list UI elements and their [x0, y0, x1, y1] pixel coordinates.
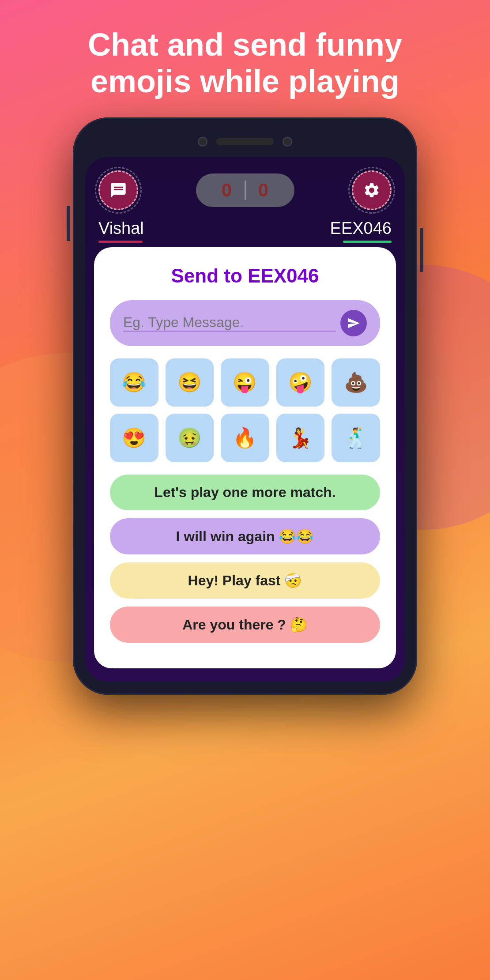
chat-popup: Send to EEX046 😂 😆 😜 🤪 — [94, 247, 396, 668]
player-names-row: Vishal EEX046 — [85, 219, 405, 247]
send-button[interactable] — [340, 310, 367, 336]
emoji-laughing-tears[interactable]: 😂 — [110, 358, 158, 407]
player1-info: Vishal — [98, 219, 144, 243]
score-box: 0 0 — [196, 173, 294, 207]
message-input[interactable] — [123, 314, 336, 332]
phone-frame: 0 0 Vishal E — [73, 117, 417, 695]
score-section: 0 0 — [138, 173, 352, 207]
phone-top-bar — [85, 131, 405, 153]
emoji-fire[interactable]: 🔥 — [221, 414, 269, 462]
game-header: 0 0 — [85, 157, 405, 219]
phone-screen: 0 0 Vishal E — [85, 157, 405, 682]
phone-side-button-right — [420, 228, 423, 272]
headline: Chat and send funny emojis while playing — [0, 0, 490, 117]
emoji-zany[interactable]: 🤪 — [276, 358, 325, 407]
player2-name: EEX046 — [330, 219, 392, 238]
chat-button[interactable] — [98, 170, 138, 210]
player2-score: 0 — [250, 180, 277, 201]
emoji-nauseated[interactable]: 🤢 — [166, 414, 214, 462]
player2-info: EEX046 — [330, 219, 392, 243]
phone-side-button-left — [67, 206, 70, 241]
emoji-heart-eyes[interactable]: 😍 — [110, 414, 158, 462]
headline-line1: Chat and send funny — [88, 27, 402, 62]
player1-name: Vishal — [98, 219, 144, 238]
phone-speaker — [216, 138, 274, 145]
quick-message-1[interactable]: Let's play one more match. — [110, 475, 380, 510]
chat-icon — [109, 181, 127, 199]
emoji-grid: 😂 😆 😜 🤪 💩 😍 🤢 🔥 💃 🕺 — [110, 358, 380, 462]
quick-message-4[interactable]: Are you there ? 🤔 — [110, 607, 380, 643]
emoji-poop[interactable]: 💩 — [332, 358, 380, 407]
quick-message-2[interactable]: I will win again 😂😂 — [110, 518, 380, 554]
player1-underline — [98, 241, 143, 243]
score-divider — [245, 181, 246, 200]
emoji-winking-tongue[interactable]: 😜 — [221, 358, 269, 407]
message-input-row[interactable] — [110, 300, 380, 346]
phone-camera-right — [283, 137, 292, 147]
player2-underline — [343, 241, 392, 243]
phone-camera-left — [198, 137, 207, 147]
emoji-dancer[interactable]: 💃 — [276, 414, 325, 462]
settings-button[interactable] — [352, 170, 392, 210]
settings-icon — [363, 181, 381, 199]
emoji-man-dancing[interactable]: 🕺 — [332, 414, 380, 462]
emoji-grinning-sweat[interactable]: 😆 — [166, 358, 214, 407]
player1-score: 0 — [214, 180, 240, 201]
chat-popup-title: Send to EEX046 — [110, 265, 380, 287]
headline-line2: emojis while playing — [90, 64, 400, 99]
quick-message-3[interactable]: Hey! Play fast 🤕 — [110, 562, 380, 599]
send-icon — [347, 317, 360, 330]
